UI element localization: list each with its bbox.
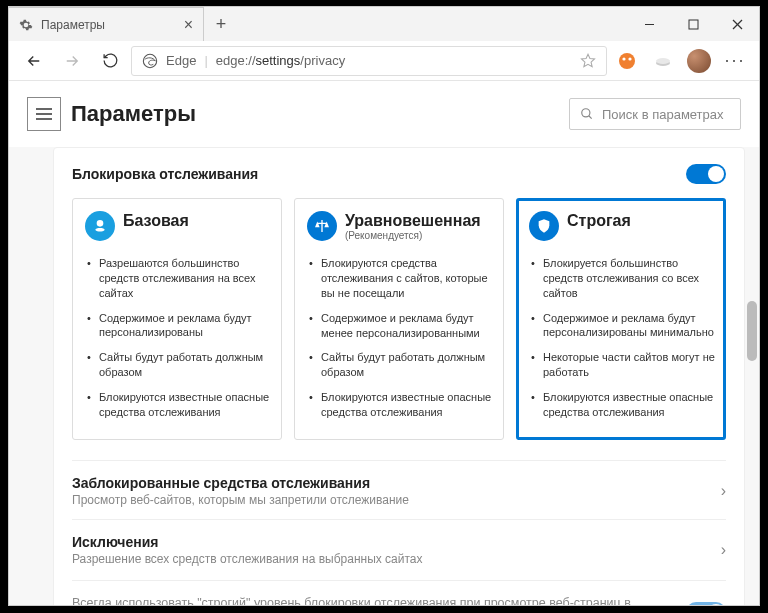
tile-item: Сайты будут работать должным образом [307,345,495,385]
balanced-icon [307,211,337,241]
chevron-right-icon: › [721,541,726,559]
svg-point-6 [622,57,625,60]
window-controls [627,7,759,41]
tile-item: Блокируются известные опасные средства о… [529,385,717,425]
search-icon [580,107,594,121]
url-text: edge://settings/privacy [216,53,345,68]
menu-button[interactable] [27,97,61,131]
extension-icon-2[interactable] [647,45,679,77]
search-placeholder: Поиск в параметрах [602,107,724,122]
svg-rect-1 [689,20,698,29]
tile-item: Блокируются средства отслеживания с сайт… [307,251,495,306]
inprivate-toggle[interactable] [686,602,726,605]
tile-item: Содержимое и реклама будут персонализиро… [529,306,717,346]
inprivate-text: Всегда использовать "строгий" уровень бл… [72,595,632,605]
forward-button[interactable] [55,44,89,78]
title-bar: Параметры × + [9,7,759,41]
browser-tab[interactable]: Параметры × [9,7,204,41]
tile-title: Базовая [123,211,189,230]
minimize-button[interactable] [627,7,671,41]
address-bar[interactable]: Edge | edge://settings/privacy [131,46,607,76]
tracking-title: Блокировка отслеживания [72,166,258,182]
back-button[interactable] [17,44,51,78]
tile-item: Содержимое и реклама будут персонализиро… [85,306,273,346]
tile-strict[interactable]: Строгая Блокируется большинство средств … [516,198,726,440]
tile-item: Сайты будут работать должным образом [85,345,273,385]
tab-title: Параметры [41,18,105,32]
tile-item: Содержимое и реклама будут менее персона… [307,306,495,346]
exceptions-title: Исключения [72,534,423,550]
new-tab-button[interactable]: + [204,7,238,41]
exceptions-sub: Разрешение всех средств отслеживания на … [72,552,423,566]
tile-basic[interactable]: Базовая Разрешаются большинство средств … [72,198,282,440]
tile-subtitle: (Рекомендуется) [345,230,481,241]
scrollbar-thumb[interactable] [747,301,757,361]
svg-point-7 [628,57,631,60]
browser-window: Параметры × + Edge | edge://settings/pri… [8,6,760,606]
refresh-button[interactable] [93,44,127,78]
inprivate-strict-row: Всегда использовать "строгий" уровень бл… [72,580,726,605]
separator: | [204,53,207,68]
edge-logo-icon [142,53,158,69]
svg-line-14 [589,116,592,119]
tile-title: Уравновешенная [345,211,481,230]
basic-icon [85,211,115,241]
toolbar: Edge | edge://settings/privacy ··· [9,41,759,81]
page-title: Параметры [71,101,196,127]
blocked-sub: Просмотр веб-сайтов, которым мы запретил… [72,493,409,507]
strict-icon [529,211,559,241]
tile-balanced[interactable]: Уравновешенная(Рекомендуется) Блокируютс… [294,198,504,440]
chevron-right-icon: › [721,482,726,500]
extension-icon-1[interactable] [611,45,643,77]
blocked-trackers-row[interactable]: Заблокированные средства отслеживания Пр… [72,460,726,509]
profile-avatar[interactable] [683,45,715,77]
exceptions-row[interactable]: Исключения Разрешение всех средств отсле… [72,519,726,568]
browser-label: Edge [166,53,196,68]
tracking-card: Блокировка отслеживания Базовая Разрешаю… [53,147,745,605]
page-header: Параметры Поиск в параметрах [9,81,759,147]
close-button[interactable] [715,7,759,41]
svg-point-13 [582,109,590,117]
tracking-tiles: Базовая Разрешаются большинство средств … [72,198,726,440]
main-content: Блокировка отслеживания Базовая Разрешаю… [9,147,759,605]
tile-title: Строгая [567,211,631,230]
svg-point-5 [619,53,635,69]
maximize-button[interactable] [671,7,715,41]
tile-item: Разрешаются большинство средств отслежив… [85,251,273,306]
more-menu-button[interactable]: ··· [719,45,751,77]
blocked-title: Заблокированные средства отслеживания [72,475,409,491]
content-area: Параметры Поиск в параметрах Блокировка … [9,81,759,605]
tile-item: Блокируются известные опасные средства о… [85,385,273,425]
favorite-icon[interactable] [580,53,596,69]
tile-item: Некоторые части сайтов могут не работать [529,345,717,385]
tile-item: Блокируется большинство средств отслежив… [529,251,717,306]
search-input[interactable]: Поиск в параметрах [569,98,741,130]
tile-item: Блокируются известные опасные средства о… [307,385,495,425]
gear-icon [19,18,33,32]
close-tab-icon[interactable]: × [184,16,193,34]
tracking-toggle[interactable] [686,164,726,184]
svg-point-9 [656,58,670,64]
